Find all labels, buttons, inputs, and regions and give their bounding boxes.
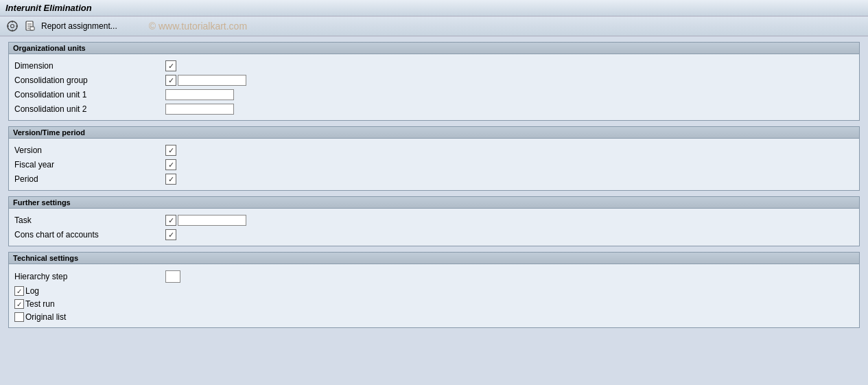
report-assignment-label[interactable]: Report assignment... <box>41 21 117 31</box>
report-icon[interactable] <box>23 19 37 33</box>
organizational-units-header: Organizational units <box>9 43 859 54</box>
technical-settings-header: Technical settings <box>9 253 859 264</box>
hierarchy-step-row: Hierarchy step <box>14 270 854 283</box>
organizational-units-section: Organizational units Dimension Consolida… <box>8 42 860 121</box>
cons-chart-row: Cons chart of accounts <box>14 229 854 240</box>
further-settings-header: Further settings <box>9 197 859 209</box>
dimension-row: Dimension <box>14 60 854 71</box>
original-list-label: Original list <box>25 312 66 322</box>
hierarchy-step-input[interactable] <box>165 270 180 283</box>
technical-settings-section: Technical settings Hierarchy step Log Te… <box>8 252 860 328</box>
original-list-row: Original list <box>14 312 854 322</box>
test-run-label: Test run <box>25 299 55 309</box>
hierarchy-step-label: Hierarchy step <box>14 272 165 281</box>
consolidation-group-label: Consolidation group <box>14 75 165 85</box>
version-checkbox[interactable] <box>165 145 176 156</box>
consolidation-unit1-label: Consolidation unit 1 <box>14 90 165 100</box>
test-run-checkbox[interactable] <box>14 299 24 309</box>
task-checkbox[interactable] <box>165 215 176 226</box>
task-input[interactable] <box>178 215 246 226</box>
fiscal-year-checkbox[interactable] <box>165 159 176 170</box>
consolidation-unit2-row: Consolidation unit 2 <box>14 104 854 115</box>
fiscal-year-row: Fiscal year <box>14 159 854 170</box>
period-checkbox[interactable] <box>165 174 176 185</box>
task-row: Task <box>14 215 854 226</box>
consolidation-group-checkbox[interactable] <box>165 75 176 86</box>
cons-chart-label: Cons chart of accounts <box>14 230 165 240</box>
log-checkbox[interactable] <box>14 286 24 296</box>
consolidation-group-input[interactable] <box>178 75 246 86</box>
further-settings-section: Further settings Task Cons chart of acco… <box>8 196 860 246</box>
cons-chart-checkbox[interactable] <box>165 229 176 240</box>
title-bar: Interunit Elimination <box>0 0 868 16</box>
dimension-checkbox[interactable] <box>165 60 176 71</box>
toolbar: Report assignment... © www.tutorialkart.… <box>0 16 868 36</box>
consolidation-unit1-input[interactable] <box>165 89 234 100</box>
dimension-label: Dimension <box>14 61 165 71</box>
log-row: Log <box>14 286 854 296</box>
version-row: Version <box>14 145 854 156</box>
watermark: © www.tutorialkart.com <box>149 21 247 32</box>
test-run-row: Test run <box>14 299 854 309</box>
consolidation-unit2-input[interactable] <box>165 104 234 115</box>
svg-point-1 <box>11 25 14 28</box>
period-row: Period <box>14 174 854 185</box>
version-time-period-section: Version/Time period Version Fiscal year … <box>8 126 860 191</box>
version-time-period-header: Version/Time period <box>9 127 859 139</box>
original-list-checkbox[interactable] <box>14 312 24 322</box>
consolidation-unit1-row: Consolidation unit 1 <box>14 89 854 100</box>
consolidation-unit2-label: Consolidation unit 2 <box>14 104 165 114</box>
svg-rect-10 <box>30 27 34 30</box>
settings-icon[interactable] <box>5 19 19 33</box>
period-label: Period <box>14 174 165 184</box>
fiscal-year-label: Fiscal year <box>14 160 165 170</box>
page-title: Interunit Elimination <box>5 3 92 13</box>
log-label: Log <box>25 286 39 296</box>
task-label: Task <box>14 215 165 225</box>
svg-point-0 <box>8 21 17 31</box>
consolidation-group-row: Consolidation group <box>14 75 854 86</box>
version-label: Version <box>14 145 165 155</box>
